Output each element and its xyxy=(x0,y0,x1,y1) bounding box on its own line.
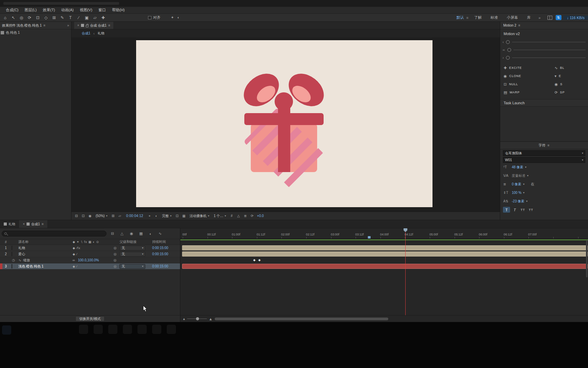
close-icon[interactable]: × xyxy=(23,222,25,226)
text-tool-icon[interactable]: T xyxy=(66,14,75,21)
layer-duration[interactable]: 0:00:15:00 xyxy=(150,264,180,268)
layer-row-2[interactable]: 2 爱心 ◆ ∕ ◎ 无 ▾ 0:00:15:00 xyxy=(0,251,180,257)
layer-duration[interactable]: 0:00:15:00 xyxy=(150,246,180,250)
chevron-down-icon[interactable]: ▾ xyxy=(526,200,527,203)
layer-row-1[interactable]: 1 礼物 ◆ ∕fx ◎ 无 ▾ 0:00:15:00 xyxy=(0,245,180,251)
faux-bold-toggle[interactable]: T xyxy=(503,207,510,213)
menu-animation[interactable]: 动画(A) xyxy=(58,7,77,13)
menu-help[interactable]: 帮助(H) xyxy=(109,7,128,13)
breadcrumb-nested-comp[interactable]: 礼物 xyxy=(98,31,104,36)
pickwhip-icon[interactable]: ◎ xyxy=(111,246,119,250)
clone-button[interactable]: ◉ CLONE xyxy=(500,72,551,80)
column-parent-link[interactable]: 父级和链接 xyxy=(119,240,150,244)
slider-knob[interactable] xyxy=(507,48,511,52)
keyframe-icon[interactable]: ◆ xyxy=(253,258,256,262)
layer-name[interactable]: 礼物 xyxy=(18,246,73,250)
column-source-name[interactable]: 源名称 xyxy=(18,240,73,244)
zoom-tool-icon[interactable]: ◎ xyxy=(17,14,26,21)
mini-flowchart-icon[interactable]: ⊟ xyxy=(109,231,116,236)
blend-button[interactable]: ∿ BL xyxy=(551,64,588,72)
pickwhip-icon[interactable]: ◎ xyxy=(111,264,119,268)
timeline-horizontal-scrollbar[interactable] xyxy=(215,317,392,320)
chevron-down-icon[interactable]: ▾ xyxy=(527,174,528,177)
faux-italic-toggle[interactable]: T xyxy=(511,207,518,213)
null-button[interactable]: ⊡ NULL xyxy=(500,80,551,88)
camera-dropdown[interactable]: 活动摄像机 ▾ xyxy=(187,214,211,218)
workspace-menu-icon[interactable]: ≡ xyxy=(466,16,468,20)
parent-dropdown[interactable]: 无 ▾ xyxy=(119,264,145,269)
small-caps-toggle[interactable]: TT xyxy=(527,207,535,213)
menu-composition[interactable]: 合成(C) xyxy=(3,7,21,13)
pickwhip-icon[interactable]: ◎ xyxy=(111,258,119,262)
layer-switches[interactable]: ◆ ∕ xyxy=(73,265,111,268)
slider-track[interactable] xyxy=(512,42,586,42)
home-tool-icon[interactable]: ⌂ xyxy=(1,14,9,21)
chevron-left-icon[interactable]: ‹ xyxy=(503,40,504,44)
excite-button[interactable]: ✚ EXCITE xyxy=(500,64,551,72)
effect-controls-header[interactable]: 效果控件 浅色 橙色 纯色 1 ≡ » xyxy=(0,22,71,29)
panel-menu-icon[interactable]: ≡ xyxy=(518,24,520,27)
taskbar-app-icon[interactable] xyxy=(167,325,176,334)
link-icon[interactable]: ∞ xyxy=(72,258,78,262)
zoom-level-dropdown[interactable]: (50%) ▾ xyxy=(94,214,110,218)
kerning-value[interactable]: 度量标准 xyxy=(512,173,525,178)
zoom-slider-knob[interactable] xyxy=(196,317,199,320)
layer-name[interactable]: 爱心 xyxy=(18,252,73,257)
pen-tool-icon[interactable]: ✎ xyxy=(58,14,66,21)
layer-bar-1[interactable] xyxy=(182,245,588,250)
menu-layer[interactable]: 图层(L) xyxy=(21,7,39,13)
mask-feather-icon[interactable]: ✦ xyxy=(171,15,174,20)
chevron-down-icon[interactable]: ▾ xyxy=(525,166,526,169)
selection-tool-icon[interactable]: ↖ xyxy=(9,14,17,21)
evolve-button[interactable]: ▾ E xyxy=(551,72,588,80)
magnification-icon[interactable]: ◉ xyxy=(87,214,93,218)
tracking-value[interactable]: 0 像素 xyxy=(512,182,521,187)
timeline-vertical-scrollbar[interactable] xyxy=(586,240,588,277)
font-size-value[interactable]: 48 像素 xyxy=(512,165,523,170)
breadcrumb-current-comp[interactable]: 合成1 xyxy=(82,31,91,36)
zoom-in-mountain-icon[interactable]: ▲ xyxy=(209,317,213,321)
taskbar-app-icon[interactable] xyxy=(108,325,117,334)
all-caps-toggle[interactable]: TT xyxy=(519,207,526,213)
menu-effect[interactable]: 效果(T) xyxy=(40,7,58,13)
rotate-tool-icon[interactable]: ⟳ xyxy=(26,14,34,21)
workspace-standard[interactable]: 标准 xyxy=(486,15,503,20)
scale-property-row[interactable]: ◷ ∿ 缩放 ∞ 100.0,100.0% ◎ xyxy=(0,257,180,263)
layer-switches[interactable]: ◆ ∕ xyxy=(73,252,111,256)
layer-duration[interactable]: 0:00:15:00 xyxy=(150,252,180,256)
motion-blur-icon[interactable]: ◐ xyxy=(147,232,154,236)
workspace-library[interactable]: 库 xyxy=(523,15,535,20)
slider-track[interactable] xyxy=(512,58,586,58)
slider-knob[interactable] xyxy=(506,56,510,60)
column-duration[interactable]: 持续时间 xyxy=(150,240,180,244)
toggle-switches-modes-button[interactable]: 切换开关/模式 xyxy=(76,316,104,321)
viewer-canvas[interactable] xyxy=(71,37,500,212)
draft-3d-icon[interactable]: △ xyxy=(118,231,126,236)
panel-overflow-icon[interactable]: » xyxy=(67,24,69,27)
region-of-interest-icon[interactable]: ⊡ xyxy=(174,214,180,218)
timeline-track-area[interactable]: 00f 00:12f 01:00f 01:12f 02:00f 02:12f 0… xyxy=(180,228,588,315)
font-family-select[interactable]: 仓耳渔阳体 ▾ xyxy=(503,150,585,156)
workspace-default[interactable]: 默认 xyxy=(452,15,468,20)
chevron-down-icon[interactable]: ▾ xyxy=(523,183,524,186)
align-toggle[interactable]: 对齐 xyxy=(148,15,161,20)
taskbar-app-icon[interactable] xyxy=(137,325,147,334)
taskbar-app-icon[interactable] xyxy=(123,325,132,334)
slider-knob[interactable] xyxy=(506,40,510,44)
warp-button[interactable]: ▤ WARP xyxy=(500,88,551,96)
grid-guides-icon[interactable]: ⊞ xyxy=(110,214,116,218)
resolution-dropdown[interactable]: 完整 ▾ xyxy=(160,214,174,218)
panel-menu-icon[interactable]: ≡ xyxy=(44,24,46,27)
font-style-select[interactable]: W01 ▾ xyxy=(503,157,585,163)
panel-menu-icon[interactable]: ≡ xyxy=(548,143,550,147)
slider-track[interactable] xyxy=(513,50,586,50)
fast-previews-icon[interactable]: △ xyxy=(235,214,242,218)
motion-blur-toolbar-icon[interactable]: ◐ xyxy=(177,15,180,20)
graph-editor-icon[interactable]: ∿ xyxy=(157,231,164,236)
snapshot-icon[interactable]: ⌖ xyxy=(146,214,153,218)
layer-bar-3[interactable] xyxy=(182,264,588,269)
timeline-ruler[interactable]: 00f 00:12f 01:00f 01:12f 02:00f 02:12f 0… xyxy=(180,228,588,239)
zoom-slider-track[interactable] xyxy=(187,319,207,319)
chevron-right-icon[interactable]: › xyxy=(503,56,504,60)
layer-bar-2[interactable] xyxy=(182,251,588,257)
